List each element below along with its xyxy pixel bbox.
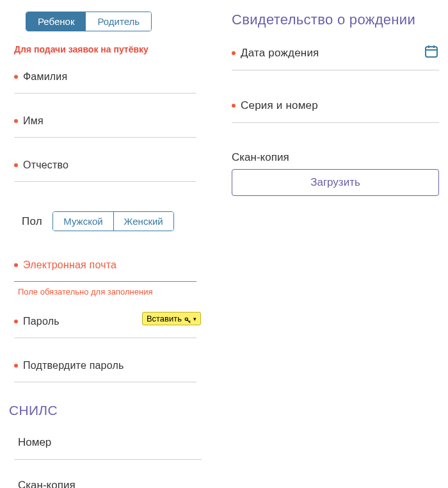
snils-title: СНИЛС: [9, 403, 212, 418]
password-label: Пароль: [23, 316, 60, 327]
email-label: Электронная почта: [23, 259, 116, 271]
field-password[interactable]: Пароль Вставить ▾: [9, 314, 212, 338]
gender-label: Пол: [22, 215, 42, 228]
patronymic-label: Отчество: [23, 159, 68, 171]
scan-label: Скан-копия: [232, 151, 439, 164]
snils-number-label: Номер: [18, 436, 51, 448]
confirm-password-underline: [14, 382, 196, 382]
key-icon: [184, 316, 191, 322]
gender-segmented: Мужской Женский: [52, 211, 173, 231]
email-underline: [14, 281, 196, 282]
field-scan-upload: Скан-копия Загрузить: [232, 151, 439, 196]
notice-text: Для подачи заявок на путёвку: [14, 44, 212, 54]
role-tabs: Ребенок Родитель: [26, 12, 152, 31]
required-dot: [14, 263, 18, 267]
birth-cert-title: Свидетельство о рождении: [232, 12, 439, 28]
field-birthdate[interactable]: Дата рождения: [232, 46, 439, 70]
required-dot: [232, 51, 236, 55]
field-patronymic[interactable]: Отчество: [9, 158, 212, 182]
required-dot: [14, 119, 18, 123]
tab-parent[interactable]: Родитель: [86, 12, 151, 31]
required-dot: [232, 104, 236, 108]
series-number-label: Серия и номер: [241, 99, 318, 112]
birthdate-underline: [232, 70, 439, 70]
field-firstname[interactable]: Имя: [9, 114, 212, 138]
field-snils-scan: Скан-копия: [9, 479, 212, 488]
password-underline: [14, 338, 196, 338]
lastname-label: Фамилия: [23, 71, 67, 83]
field-lastname[interactable]: Фамилия: [9, 70, 212, 94]
gender-female[interactable]: Женский: [113, 212, 173, 231]
email-error: Поле обязательно для заполнения: [14, 287, 212, 297]
birthdate-label: Дата рождения: [241, 47, 319, 60]
field-series-number[interactable]: Серия и номер: [232, 99, 439, 123]
series-number-underline: [232, 122, 439, 123]
snils-scan-label: Скан-копия: [18, 479, 76, 488]
svg-rect-3: [426, 47, 437, 57]
insert-label: Вставить: [147, 314, 182, 323]
field-snils-number[interactable]: Номер: [9, 436, 212, 460]
required-dot: [14, 75, 18, 79]
tab-child[interactable]: Ребенок: [26, 12, 86, 31]
required-dot: [14, 364, 18, 368]
patronymic-underline: [14, 181, 196, 182]
firstname-underline: [14, 137, 196, 138]
required-dot: [14, 320, 18, 323]
lastname-underline: [14, 93, 196, 94]
insert-password-button[interactable]: Вставить ▾: [142, 312, 201, 325]
field-email[interactable]: Электронная почта Поле обязательно для з…: [9, 258, 212, 297]
gender-male[interactable]: Мужской: [53, 212, 113, 231]
confirm-password-label: Подтвердите пароль: [23, 360, 124, 371]
chevron-down-icon: ▾: [193, 316, 196, 322]
svg-line-2: [189, 320, 191, 321]
snils-number-underline: [14, 459, 202, 460]
field-confirm-password[interactable]: Подтвердите пароль: [9, 359, 212, 382]
calendar-icon[interactable]: [424, 44, 439, 59]
field-gender: Пол Мужской Женский: [9, 202, 212, 231]
firstname-label: Имя: [23, 115, 44, 127]
upload-button[interactable]: Загрузить: [232, 169, 439, 196]
required-dot: [14, 163, 18, 167]
